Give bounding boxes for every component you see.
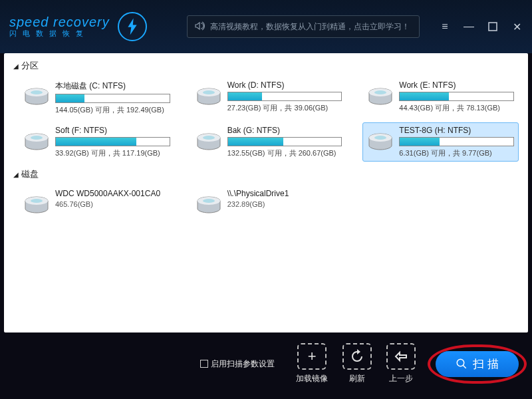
scan-params-checkbox[interactable]: 启用扫描参数设置 [200,358,275,370]
partitions-section: ◢ 分区 本地磁盘 (C: NTFS)144.05(GB) 可用，共 192.4… [13,60,519,162]
caret-down-icon: ◢ [13,171,19,178]
drive-icon [196,83,222,110]
partition-item[interactable]: 本地磁盘 (C: NTFS)144.05(GB) 可用，共 192.49(GB) [19,77,175,118]
usage-bar [55,94,170,103]
drive-name: Work (D: NTFS) [227,80,342,90]
title-bar: speed recovery 闪 电 数 据 恢 复 高清视频教程，数据恢复从入… [0,0,532,53]
disk-item[interactable]: WDC WD5000AAKX-001CA0465.76(GB) [19,186,175,221]
load-image-button[interactable]: + 加载镜像 [296,343,328,384]
minimize-button[interactable]: — [463,21,475,33]
promo-banner[interactable]: 高清视频教程，数据恢复从入门到精通，点击立即学习！ [187,15,420,38]
logo-subtitle: 闪 电 数 据 恢 复 [9,29,110,39]
drive-name: TEST-8G (H: NTFS) [399,126,514,135]
footer-bar: 启用扫描参数设置 + 加载镜像 刷新 上一步 扫 描 [0,332,532,395]
disk-name: WDC WD5000AAKX-001CA0 [55,189,170,198]
drive-icon [23,83,50,110]
drive-icon [23,192,50,218]
partition-item[interactable]: Work (D: NTFS)27.23(GB) 可用，共 39.06(GB) [191,77,347,118]
scan-button[interactable]: 扫 描 [436,351,519,377]
logo-text: speed recovery [9,15,110,30]
drive-icon [367,128,394,155]
drive-icon [23,128,50,155]
partition-item[interactable]: Bak (G: NTFS)132.55(GB) 可用，共 260.67(GB) [191,122,347,162]
plus-icon: + [297,343,327,370]
search-icon [456,358,467,370]
drive-panel: ◢ 分区 本地磁盘 (C: NTFS)144.05(GB) 可用，共 192.4… [4,53,528,332]
usage-bar [399,92,514,101]
drive-stats: 6.31(GB) 可用，共 9.77(GB) [399,148,514,158]
disk-size: 465.76(GB) [55,200,170,208]
scan-button-highlight: 扫 描 [436,351,519,377]
app-logo: speed recovery 闪 电 数 据 恢 复 [9,12,147,41]
svg-rect-0 [489,23,497,31]
close-button[interactable]: ✕ [511,21,523,33]
drive-name: Soft (F: NTFS) [55,126,170,135]
svg-point-3 [31,90,43,94]
drive-icon [367,83,394,110]
disks-label: 磁盘 [21,168,39,180]
maximize-button[interactable] [487,21,499,33]
drive-stats: 132.55(GB) 可用，共 260.67(GB) [227,148,342,158]
usage-bar [227,92,342,101]
back-icon [386,343,416,370]
disks-header[interactable]: ◢ 磁盘 [13,168,519,180]
drive-stats: 27.23(GB) 可用，共 39.06(GB) [227,103,342,113]
drive-stats: 33.92(GB) 可用，共 117.19(GB) [55,148,170,158]
svg-point-18 [374,136,386,140]
speaker-icon [194,21,205,33]
checkbox-icon [200,360,208,368]
drive-stats: 44.43(GB) 可用，共 78.13(GB) [399,103,514,113]
svg-point-24 [203,199,215,203]
disk-item[interactable]: \\.\PhysicalDrive1232.89(GB) [191,186,347,221]
drive-stats: 144.05(GB) 可用，共 192.49(GB) [55,105,170,115]
back-button[interactable]: 上一步 [386,343,416,384]
partition-item[interactable]: Soft (F: NTFS)33.92(GB) 可用，共 117.19(GB) [19,122,175,162]
refresh-button[interactable]: 刷新 [342,343,372,384]
disk-size: 232.89(GB) [227,200,342,208]
partitions-label: 分区 [21,60,39,72]
drive-name: 本地磁盘 (C: NTFS) [55,80,170,92]
svg-point-25 [458,359,465,366]
partition-item[interactable]: Work (E: NTFS)44.43(GB) 可用，共 78.13(GB) [362,77,519,118]
disk-name: \\.\PhysicalDrive1 [227,189,342,198]
svg-point-6 [203,90,215,94]
svg-point-15 [203,136,215,140]
svg-point-21 [31,199,43,203]
refresh-icon [342,343,372,370]
menu-icon[interactable]: ≡ [439,21,451,33]
disks-section: ◢ 磁盘 WDC WD5000AAKX-001CA0465.76(GB)\\.\… [13,168,519,221]
promo-text: 高清视频教程，数据恢复从入门到精通，点击立即学习！ [210,21,410,33]
lightning-icon [118,12,147,41]
usage-bar [399,137,514,146]
partitions-header[interactable]: ◢ 分区 [13,60,519,72]
svg-point-9 [374,90,386,94]
partition-item[interactable]: TEST-8G (H: NTFS)6.31(GB) 可用，共 9.77(GB) [362,122,519,162]
usage-bar [227,137,342,146]
drive-name: Work (E: NTFS) [399,80,514,90]
usage-bar [55,137,170,146]
window-controls: ≡ — ✕ [439,21,523,33]
drive-icon [196,192,222,218]
drive-icon [196,128,222,155]
svg-point-12 [31,136,43,140]
caret-down-icon: ◢ [13,63,19,70]
drive-name: Bak (G: NTFS) [227,126,342,135]
svg-line-26 [464,365,467,368]
